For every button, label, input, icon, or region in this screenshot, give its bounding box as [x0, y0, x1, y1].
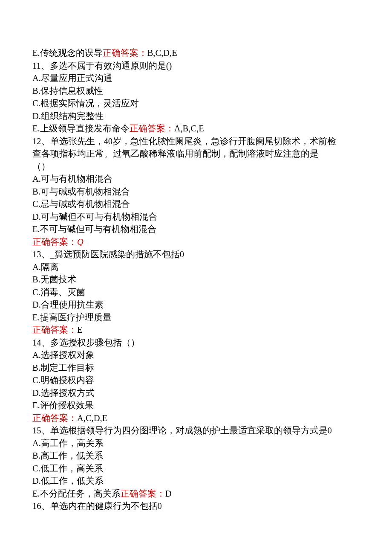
q14-option-e: E.评价授权效果: [32, 399, 360, 412]
q15-option-d: D.低工作，低关系: [32, 475, 360, 488]
q16-stem: 16、单选内在的健康行为不包括0: [32, 500, 360, 513]
q11-stem: 11、多选不属于有效沟通原则的是(): [32, 60, 360, 73]
q12-answer-label: 正确答案：: [32, 237, 77, 247]
q13-answer-label: 正确答案：: [32, 325, 77, 334]
q11-option-b: B.保持信息权威性: [32, 85, 360, 98]
q11-option-e-text: E.上级领导直接发布命令: [32, 124, 130, 133]
q14-answer-label: 正确答案：: [32, 413, 77, 423]
q14-answer-value: A,C,D,E: [77, 413, 107, 423]
q13-stem: 13、_翼选预防医院感染的措施不包括0: [32, 248, 360, 261]
q10-option-e-text: E.传统观念的误导: [32, 48, 103, 58]
q11-option-d: D.组织结构完整性: [32, 110, 360, 123]
q10-answer-value: B,C,D,E: [147, 48, 177, 58]
q13-answer-line: 正确答案：E: [32, 324, 360, 337]
q15-answer-value: D: [165, 489, 172, 498]
q14-option-b: B.制定工作目标: [32, 362, 360, 375]
q11-answer-value: A,B,C,E: [174, 124, 204, 133]
q13-option-e: E.提高医疗护理质量: [32, 311, 360, 324]
q11-option-a: A.尽量应用正式沟通: [32, 72, 360, 85]
q12-answer-value: Q: [77, 237, 84, 247]
q15-option-b: B.高工作，低关系: [32, 450, 360, 462]
q12-option-a: A.可与有机物相混合: [32, 173, 360, 186]
q14-option-d: D.选择授权方式: [32, 387, 360, 400]
q12-stem-line3: （）: [32, 160, 360, 173]
q11-answer-label: 正确答案：: [130, 124, 174, 133]
q11-option-e: E.上级领导直接发布命令正确答案：A,B,C,E: [32, 122, 360, 135]
q14-stem: 14、多选授权步骤包括（）: [32, 337, 360, 349]
q14-answer-line: 正确答案：A,C,D,E: [32, 412, 360, 425]
q15-answer-label: 正确答案：: [121, 489, 165, 498]
q10-option-e: E.传统观念的误导正确答案：B,C,D,E: [32, 47, 360, 60]
q12-answer-line: 正确答案：Q: [32, 236, 360, 249]
q12-stem-line1: 12、单选张先生，40岁，急性化脓性阑尾炎，急诊行开腹阑尾切除术，术前检: [32, 135, 360, 148]
q15-option-e: E.不分配任务，高关系正确答案：D: [32, 488, 360, 500]
q13-option-a: A.隔离: [32, 261, 360, 274]
q11-option-c: C.根据实际情况，灵活应对: [32, 97, 360, 110]
q13-option-c: C.消毒、灭菌: [32, 286, 360, 299]
q10-answer-label: 正确答案：: [103, 48, 147, 58]
q12-option-c: C.忌与碱或有机物相混合: [32, 198, 360, 211]
q13-option-b: B.无菌技术: [32, 273, 360, 286]
q15-stem: 15、单选根据领导行为四分图理论，对成熟的护土最适宜采取的领导方式是0: [32, 424, 360, 437]
q12-option-d: D.可与碱但不可与有机物相混合: [32, 211, 360, 224]
q12-stem-line2: 查各项指标均正常。过氧乙酸稀释液临用前配制，配制溶液时应注意的是: [32, 148, 360, 160]
q15-option-c: C.低工作，高关系: [32, 462, 360, 475]
q13-option-d: D.合理使用抗生素: [32, 299, 360, 311]
q15-option-a: A.高工作，高关系: [32, 437, 360, 450]
q14-option-a: A.选择授权对象: [32, 349, 360, 362]
q13-answer-value: E: [77, 325, 83, 334]
q12-option-e: E.不可与碱但可与有机物相混合: [32, 223, 360, 236]
q12-option-b: B.可与碱或有机物相混合: [32, 186, 360, 198]
q14-option-c: C.明确授权内容: [32, 374, 360, 387]
q15-option-e-text: E.不分配任务，高关系: [32, 489, 121, 498]
